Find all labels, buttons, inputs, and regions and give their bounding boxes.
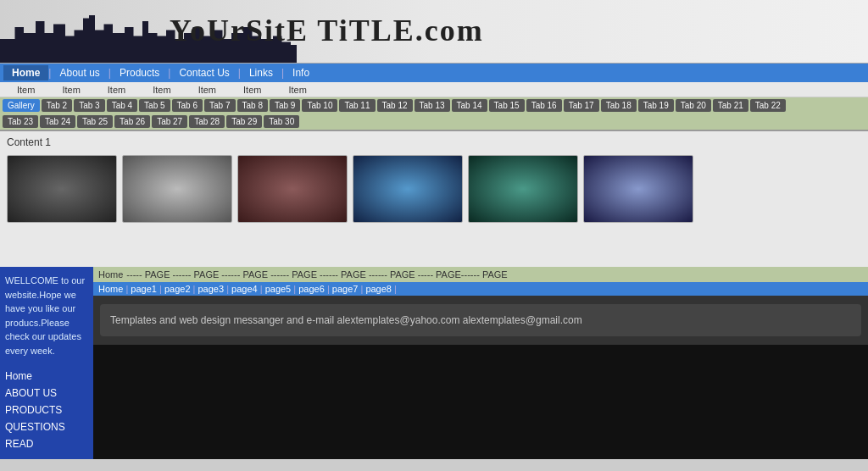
tab-tab-5[interactable]: Tab 5 — [139, 99, 170, 112]
subnav-item-1[interactable]: Item — [3, 84, 48, 96]
nav-info[interactable]: Info — [284, 65, 318, 80]
subnav-item-2[interactable]: Item — [48, 84, 93, 96]
tab-tab-3[interactable]: Tab 3 — [74, 99, 104, 112]
tab-tab-16[interactable]: Tab 16 — [526, 99, 562, 112]
tab-tab-15[interactable]: Tab 15 — [489, 99, 525, 112]
page-nav-home[interactable]: Home — [98, 269, 123, 280]
right-content: Home ----- PAGE ------ PAGE ------ PAGE … — [93, 267, 868, 459]
gallery — [7, 155, 861, 223]
tab-tab-18[interactable]: Tab 18 — [601, 99, 637, 112]
sidebar-link-home[interactable]: Home — [5, 368, 88, 385]
main-content: Content 1 — [0, 131, 868, 267]
thumb-image-6 — [584, 156, 693, 222]
sidebar-link-products[interactable]: PRODUCTS — [5, 402, 88, 418]
tab-tab-24[interactable]: Tab 24 — [40, 115, 75, 128]
sidebar-link-questions[interactable]: QUESTIONS — [5, 418, 88, 435]
tab-tab-12[interactable]: Tab 12 — [377, 99, 413, 112]
thumb-image-4 — [353, 156, 462, 222]
breadcrumb-page8[interactable]: page8 — [365, 284, 392, 294]
navbar: Home | About us | Products | Contact Us … — [0, 64, 868, 82]
left-sidebar: WELLCOME to our website.Hope we have you… — [0, 267, 93, 459]
tab-tab-4[interactable]: Tab 4 — [107, 99, 137, 112]
content-label: Content 1 — [7, 136, 861, 148]
subnav: Item Item Item Item Item Item Item — [0, 82, 868, 97]
breadcrumb-page6[interactable]: page6 — [298, 284, 325, 294]
tab-tab-19[interactable]: Tab 19 — [638, 99, 674, 112]
bottom-area — [93, 345, 868, 459]
tab-tab-29[interactable]: Tab 29 — [226, 115, 262, 128]
breadcrumb-page3[interactable]: page3 — [198, 284, 224, 294]
contact-text: Templates and web design messanger and e… — [110, 314, 851, 326]
gallery-thumb-2[interactable] — [122, 155, 232, 223]
tab-tab-10[interactable]: Tab 10 — [302, 99, 337, 112]
tabs-row-2: Tab 23Tab 24Tab 25Tab 26Tab 27Tab 28Tab … — [0, 114, 868, 131]
site-title: YoUrSitE TiTLE.com — [170, 13, 484, 48]
tab-tab-21[interactable]: Tab 21 — [713, 99, 748, 112]
tab-tab-9[interactable]: Tab 9 — [270, 99, 300, 112]
thumb-image-5 — [469, 156, 577, 222]
tab-tab-28[interactable]: Tab 28 — [189, 115, 225, 128]
breadcrumb-page7[interactable]: page7 — [332, 284, 359, 294]
subnav-item-5[interactable]: Item — [185, 84, 230, 96]
tab-tab-17[interactable]: Tab 17 — [564, 99, 599, 112]
bottom-section: WELLCOME to our website.Hope we have you… — [0, 267, 868, 459]
breadcrumb: Home | page1 | page2 | page3 | page4 | p… — [93, 282, 868, 296]
tab-tab-25[interactable]: Tab 25 — [77, 115, 113, 128]
tab-tab-23[interactable]: Tab 23 — [3, 115, 38, 128]
tab-tab-20[interactable]: Tab 20 — [676, 99, 711, 112]
gallery-thumb-6[interactable] — [583, 155, 693, 223]
gallery-thumb-5[interactable] — [468, 155, 578, 223]
subnav-item-3[interactable]: Item — [94, 84, 139, 96]
gallery-thumb-1[interactable] — [7, 155, 117, 223]
tab-tab-11[interactable]: Tab 11 — [339, 99, 375, 112]
gallery-thumb-4[interactable] — [353, 155, 463, 223]
header: YoUrSitE TiTLE.com — [0, 0, 868, 64]
subnav-item-7[interactable]: Item — [275, 84, 320, 96]
subnav-item-6[interactable]: Item — [230, 84, 275, 96]
nav-products[interactable]: Products — [111, 65, 168, 80]
gallery-thumb-3[interactable] — [237, 155, 348, 223]
tab-gallery[interactable]: Gallery — [3, 99, 40, 112]
tab-tab-13[interactable]: Tab 13 — [415, 99, 450, 112]
subnav-item-4[interactable]: Item — [139, 84, 184, 96]
tab-tab-30[interactable]: Tab 30 — [264, 115, 299, 128]
breadcrumb-page5[interactable]: page5 — [265, 284, 292, 294]
breadcrumb-page1[interactable]: page1 — [131, 284, 157, 294]
thumb-image-2 — [123, 156, 231, 222]
breadcrumb-page4[interactable]: page4 — [231, 284, 258, 294]
tab-tab-14[interactable]: Tab 14 — [452, 99, 487, 112]
contact-box: Templates and web design messanger and e… — [100, 304, 861, 336]
tab-tab-6[interactable]: Tab 6 — [172, 99, 203, 112]
breadcrumb-home[interactable]: Home — [98, 284, 123, 294]
pages-nav: Home ----- PAGE ------ PAGE ------ PAGE … — [93, 267, 868, 282]
breadcrumb-page2[interactable]: page2 — [164, 284, 191, 294]
thumb-image-1 — [8, 156, 116, 222]
tab-tab-7[interactable]: Tab 7 — [204, 99, 235, 112]
tab-tab-26[interactable]: Tab 26 — [114, 115, 150, 128]
tab-tab-27[interactable]: Tab 27 — [152, 115, 187, 128]
tab-tab-22[interactable]: Tab 22 — [750, 99, 786, 112]
sidebar-link-about[interactable]: ABOUT US — [5, 385, 88, 402]
sidebar-link-read[interactable]: READ — [5, 435, 88, 452]
nav-about[interactable]: About us — [51, 65, 108, 80]
tab-tab-2[interactable]: Tab 2 — [42, 99, 72, 112]
thumb-image-3 — [238, 156, 347, 222]
nav-links[interactable]: Links — [241, 65, 281, 80]
sidebar-welcome-text: WELLCOME to our website.Hope we have you… — [5, 274, 88, 357]
tab-tab-8[interactable]: Tab 8 — [237, 99, 268, 112]
tabs-row-1: GalleryTab 2Tab 3Tab 4Tab 5Tab 6Tab 7Tab… — [0, 97, 868, 114]
nav-home[interactable]: Home — [3, 65, 48, 80]
nav-contact[interactable]: Contact Us — [170, 65, 237, 80]
